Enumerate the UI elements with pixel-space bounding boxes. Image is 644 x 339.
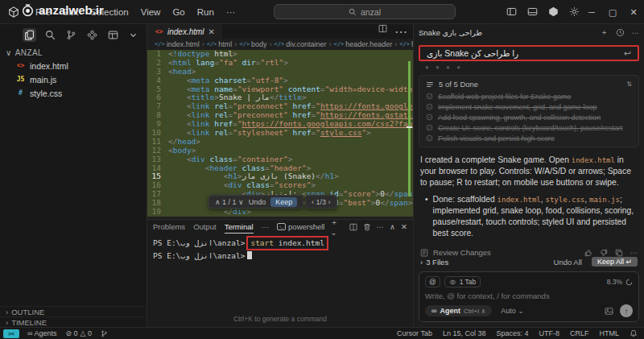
editor-more-actions-icon[interactable]: ⋯ (394, 24, 407, 39)
file-nav-widget[interactable]: ‹ 1/3 › (305, 195, 337, 209)
chevron-right-icon[interactable]: › (420, 258, 423, 267)
element-icon: </> (399, 41, 410, 48)
breadcrumb-item[interactable]: </>h1 (399, 40, 413, 48)
cursor-ai-icon[interactable] (548, 6, 559, 17)
close-button[interactable]: ✕ (623, 0, 644, 24)
kill-terminal-icon[interactable] (363, 223, 371, 231)
thumbs-down-icon[interactable] (600, 249, 608, 257)
status-cursor-tab[interactable]: Cursor Tab (397, 329, 432, 337)
review-changes-button[interactable]: Review Changes (433, 248, 491, 257)
maximize-panel-icon[interactable]: ∧ (390, 222, 395, 231)
copy-icon[interactable] (615, 249, 623, 257)
thumbs-up-icon[interactable] (584, 249, 592, 257)
terminal-more-icon[interactable]: ⋯ (377, 222, 385, 231)
remote-indicator[interactable]: >< (3, 329, 19, 338)
notifications-bell-icon[interactable] (630, 329, 638, 337)
send-button[interactable]: ↑ (620, 304, 633, 317)
menu-view[interactable]: View (141, 7, 161, 17)
section-timeline[interactable]: ›TIMELINE (0, 316, 147, 327)
chat-more-icon[interactable]: ⋯ (632, 28, 640, 37)
status-crlf[interactable]: CRLF (570, 329, 589, 337)
agents-status[interactable]: ∞ Agents (27, 329, 56, 337)
chat-history-icon[interactable] (616, 28, 625, 37)
problems-status[interactable]: ⊘ 0△ 0 (65, 329, 91, 337)
todo-list-card[interactable]: 5 of 5 Done ⇅ Scaffold web project files… (419, 75, 639, 147)
new-terminal-icon[interactable]: ＋⌄ (330, 217, 343, 237)
branch-icon[interactable] (101, 330, 108, 337)
file-style-css[interactable]: #style.css (0, 86, 147, 100)
close-panel-icon[interactable]: ✕ (401, 222, 407, 231)
maximize-button[interactable]: ▢ (602, 0, 623, 24)
undo-button[interactable]: Undo (249, 198, 266, 206)
message-more-icon[interactable]: ⋯ (630, 248, 638, 257)
menu-go[interactable]: Go (172, 7, 184, 17)
menu-[interactable]: ··· (226, 7, 236, 17)
search-icon[interactable] (43, 28, 57, 42)
command-search-input[interactable]: anzal (274, 4, 456, 19)
terminal-output[interactable]: PS E:\انزل وب\anzal>start index.html PS … (147, 234, 413, 264)
chevron-down-icon[interactable] (127, 29, 139, 41)
settings-gear-icon[interactable] (569, 6, 580, 17)
breadcrumb-item[interactable]: </>header.header (334, 40, 393, 48)
changed-files-bar: › 3 Files Undo All Keep All ↵ (419, 257, 639, 271)
user-prompt-message[interactable]: بازی Snake را طراحی کن ↩ (419, 45, 639, 61)
status-ln-15-col-38[interactable]: Ln 15, Col 38 (443, 329, 486, 337)
breadcrumb-item[interactable]: </>div.container (275, 40, 327, 48)
breadcrumb-item[interactable]: </>index.html (155, 40, 200, 48)
new-chat-icon[interactable]: ＋ (601, 27, 609, 38)
restore-checkpoint-icon[interactable]: ↩ (624, 48, 631, 59)
todo-collapse-icon[interactable]: ⇅ (626, 81, 632, 88)
toggle-panel-bottom-icon[interactable] (527, 6, 538, 17)
extensions-icon[interactable] (85, 28, 99, 42)
files-count[interactable]: 3 Files (426, 258, 448, 267)
file-index-html[interactable]: <>index.html (0, 59, 147, 72)
status-bar: >< ∞ Agents ⊘ 0△ 0 Cursor TabLn 15, Col … (0, 327, 644, 339)
source-control-icon[interactable] (64, 28, 78, 42)
eye-icon (449, 279, 456, 286)
undo-all-button[interactable]: Undo All (554, 258, 582, 267)
status-spaces-4[interactable]: Spaces: 4 (496, 329, 528, 337)
breadcrumb-item[interactable]: </>body (239, 40, 266, 48)
chat-input-placeholder[interactable]: Write, @ for context, / for commands (425, 291, 633, 300)
keep-button[interactable]: Keep (270, 197, 297, 207)
shell-selector[interactable]: ›_ powershell (277, 222, 324, 231)
diff-nav[interactable]: ∧ 1 / 1 ∨ (215, 198, 244, 206)
add-context-button[interactable]: @ (425, 276, 440, 287)
menu-run[interactable]: Run (197, 7, 214, 17)
menu-selection[interactable]: Selection (90, 7, 128, 17)
tab-problems[interactable]: Problems (153, 222, 185, 231)
toggle-panel-left-icon[interactable] (506, 6, 517, 17)
chevron-expanded-icon: ∨ (6, 48, 12, 57)
scrollbar-added-indicator[interactable] (408, 61, 411, 196)
split-editor-icon[interactable] (378, 24, 387, 39)
explorer-icon[interactable] (23, 28, 36, 42)
menu-file[interactable]: File (35, 7, 51, 17)
chat-input-box[interactable]: @ 1 Tab 8.3% Write, @ for context, / for… (419, 271, 639, 322)
code-line-19[interactable]: 19 </div> (147, 208, 413, 217)
file-type-icon: <> (16, 62, 25, 69)
breadcrumb[interactable]: </>index.html›</>html›</>body›</>div.con… (147, 39, 413, 50)
file-main-js[interactable]: JSmain.js (0, 72, 147, 86)
attach-image-icon[interactable] (605, 307, 613, 316)
minimize-button[interactable]: ─ (581, 0, 602, 24)
tab-index-html[interactable]: <> index.html ✕ (147, 24, 222, 39)
status-html[interactable]: HTML (600, 329, 620, 337)
section-outline[interactable]: ›OUTLINE (0, 306, 147, 316)
breadcrumb-item[interactable]: </>html (207, 40, 233, 48)
chat-tab[interactable]: طراحی بازی Snake (419, 28, 482, 37)
tab-output[interactable]: Output (193, 222, 217, 231)
split-terminal-icon[interactable] (349, 223, 357, 231)
agent-mode-selector[interactable]: ∞ Agent Ctrl+I ∧ (425, 305, 492, 316)
tab-terminal[interactable]: Terminal (225, 220, 254, 234)
keep-all-button[interactable]: Keep All ↵ (592, 257, 638, 267)
panel-more-icon[interactable]: ··· (262, 222, 270, 231)
status-utf-8[interactable]: UTF-8 (539, 329, 559, 337)
tab-context-chip[interactable]: 1 Tab (444, 276, 481, 287)
remote-explorer-icon[interactable] (106, 28, 120, 42)
model-selector[interactable]: Auto ⌄ (501, 307, 524, 315)
folder-header[interactable]: ∨ ANZAL (0, 46, 147, 59)
tab-close-icon[interactable]: ✕ (208, 27, 215, 36)
todo-progress: 5 of 5 Done (439, 80, 478, 89)
code-area[interactable]: 1<!doctype html>2<html lang="fa" dir="rt… (147, 50, 413, 219)
menu-edit[interactable]: Edit (63, 7, 79, 17)
